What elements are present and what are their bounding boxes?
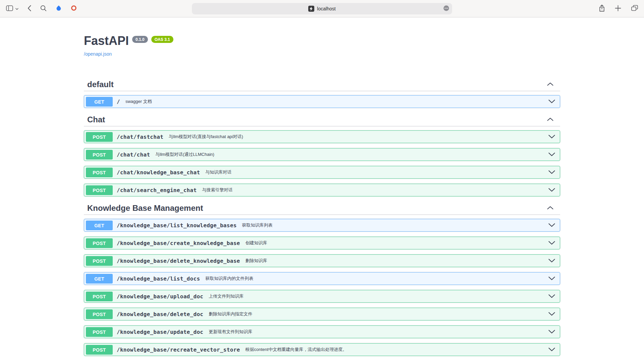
chevron-down-icon xyxy=(548,152,555,157)
expand-operation-button[interactable] xyxy=(548,347,555,352)
operation-path: /chat/search_engine_chat xyxy=(117,187,197,193)
collapse-section-button[interactable] xyxy=(547,117,553,122)
operation-summary: 删除知识库 xyxy=(246,258,267,264)
section-header[interactable]: Chat xyxy=(84,113,560,126)
expand-operation-button[interactable] xyxy=(548,241,555,246)
red-extension-button[interactable] xyxy=(71,5,77,12)
operation-summary: 上传文件到知识库 xyxy=(209,293,244,299)
operation-row[interactable]: GET /knowledge_base/list_knowledge_bases… xyxy=(84,219,560,232)
operation-summary: 删除知识库内指定文件 xyxy=(209,311,252,317)
section-title: Chat xyxy=(87,115,105,124)
blue-extension-button[interactable] xyxy=(56,5,62,12)
http-method-badge: POST xyxy=(86,150,113,160)
operation-row[interactable]: GET /knowledge_base/list_docs 获取知识库内的文件列… xyxy=(84,272,560,285)
openapi-spec-link[interactable]: /openapi.json xyxy=(84,51,112,57)
section-operations: POST /chat/fastchat 与llm模型对话(直接与fastchat… xyxy=(84,130,560,196)
operation-summary: 与知识库对话 xyxy=(205,169,231,175)
address-bar[interactable]: localhost xyxy=(192,3,452,14)
section-header[interactable]: Knowledge Base Management xyxy=(84,201,560,215)
operation-row[interactable]: POST /knowledge_base/recreate_vector_sto… xyxy=(84,343,560,356)
operation-summary: 根据content中文档重建向量库，流式输出处理进度。 xyxy=(246,347,347,353)
red-extension-icon xyxy=(71,5,77,12)
operation-path: /knowledge_base/update_doc xyxy=(117,329,203,335)
expand-operation-button[interactable] xyxy=(548,276,555,281)
search-button[interactable] xyxy=(40,5,47,12)
operation-path: /chat/chat xyxy=(117,152,150,158)
sidebar-toggle-button[interactable] xyxy=(6,5,13,12)
operation-row[interactable]: POST /chat/chat 与llm模型对话(通过LLMChain) xyxy=(84,148,560,161)
http-method-badge: POST xyxy=(86,292,113,301)
http-method-badge: POST xyxy=(86,256,113,266)
operation-row[interactable]: GET / swagger 文档 xyxy=(84,95,560,108)
chevron-up-icon xyxy=(547,205,553,210)
operation-summary: 与llm模型对话(通过LLMChain) xyxy=(155,152,214,158)
http-method-badge: POST xyxy=(86,327,113,337)
operation-path: /knowledge_base/recreate_vector_store xyxy=(117,347,240,353)
new-tab-button[interactable] xyxy=(615,5,621,12)
chevron-down-icon xyxy=(548,258,555,263)
collapse-section-button[interactable] xyxy=(547,205,553,210)
tab-groups-dropdown-button[interactable] xyxy=(15,6,18,11)
api-tag-section: Chat POST /chat/fastchat 与llm模型对话(直接与fas… xyxy=(84,113,560,196)
api-info: FastAPI 0.1.0 OAS 3.1 /openapi.json xyxy=(84,34,560,57)
site-favicon-icon xyxy=(308,6,314,12)
operation-summary: 与llm模型对话(直接与fastchat api对话) xyxy=(169,134,243,140)
address-url-text: localhost xyxy=(317,6,335,11)
chevron-down-icon xyxy=(548,170,555,175)
expand-operation-button[interactable] xyxy=(548,294,555,299)
chevron-up-icon xyxy=(547,117,553,122)
operation-summary: swagger 文档 xyxy=(125,99,152,105)
collapse-section-button[interactable] xyxy=(547,82,553,87)
expand-operation-button[interactable] xyxy=(548,223,555,228)
version-badge: 0.1.0 xyxy=(132,36,148,43)
page-menu-button[interactable] xyxy=(443,5,449,12)
http-method-badge: POST xyxy=(86,238,113,248)
http-method-badge: GET xyxy=(86,221,113,230)
operation-summary: 与搜索引擎对话 xyxy=(202,187,232,193)
expand-operation-button[interactable] xyxy=(548,329,555,335)
ellipsis-circle-icon xyxy=(443,5,449,12)
http-method-badge: POST xyxy=(86,345,113,355)
blue-extension-icon xyxy=(56,5,62,12)
tab-overview-button[interactable] xyxy=(631,5,638,12)
operation-path: /knowledge_base/delete_doc xyxy=(117,311,203,317)
http-method-badge: GET xyxy=(86,274,113,284)
http-method-badge: POST xyxy=(86,132,113,142)
share-icon xyxy=(599,5,605,13)
operation-row[interactable]: POST /knowledge_base/delete_doc 删除知识库内指定… xyxy=(84,308,560,320)
chevron-down-icon xyxy=(548,241,555,246)
operation-path: / xyxy=(117,99,120,105)
operation-row[interactable]: POST /chat/knowledge_base_chat 与知识库对话 xyxy=(84,166,560,179)
operation-row[interactable]: POST /knowledge_base/create_knowledge_ba… xyxy=(84,237,560,249)
expand-operation-button[interactable] xyxy=(548,312,555,317)
address-content: localhost xyxy=(308,6,335,12)
toolbar-left-group xyxy=(6,5,77,12)
expand-operation-button[interactable] xyxy=(548,99,555,104)
chevron-down-icon xyxy=(548,223,555,228)
operation-path: /chat/fastchat xyxy=(117,134,163,140)
expand-operation-button[interactable] xyxy=(548,258,555,263)
http-method-badge: POST xyxy=(86,309,113,319)
share-button[interactable] xyxy=(599,5,605,13)
operation-row[interactable]: POST /knowledge_base/upload_doc 上传文件到知识库 xyxy=(84,290,560,303)
expand-operation-button[interactable] xyxy=(548,134,555,139)
expand-operation-button[interactable] xyxy=(548,188,555,193)
section-operations: GET /knowledge_base/list_knowledge_bases… xyxy=(84,219,560,356)
back-button[interactable] xyxy=(28,5,31,12)
operation-row[interactable]: POST /chat/fastchat 与llm模型对话(直接与fastchat… xyxy=(84,130,560,143)
operation-path: /knowledge_base/create_knowledge_base xyxy=(117,240,240,246)
chevron-down-icon xyxy=(15,6,18,11)
sidebar-cluster xyxy=(6,5,18,12)
operation-path: /knowledge_base/upload_doc xyxy=(117,293,203,300)
operation-row[interactable]: POST /knowledge_base/delete_knowledge_ba… xyxy=(84,254,560,267)
operation-path: /chat/knowledge_base_chat xyxy=(117,169,200,176)
operation-row[interactable]: POST /knowledge_base/update_doc 更新现有文件到知… xyxy=(84,325,560,338)
operation-summary: 获取知识库列表 xyxy=(242,222,273,228)
toolbar-right-group xyxy=(599,5,638,13)
expand-operation-button[interactable] xyxy=(548,152,555,157)
operation-row[interactable]: POST /chat/search_engine_chat 与搜索引擎对话 xyxy=(84,184,560,196)
operation-summary: 更新现有文件到知识库 xyxy=(209,329,252,335)
operation-path: /knowledge_base/list_knowledge_bases xyxy=(117,222,237,229)
section-header[interactable]: default xyxy=(84,78,560,91)
expand-operation-button[interactable] xyxy=(548,170,555,175)
